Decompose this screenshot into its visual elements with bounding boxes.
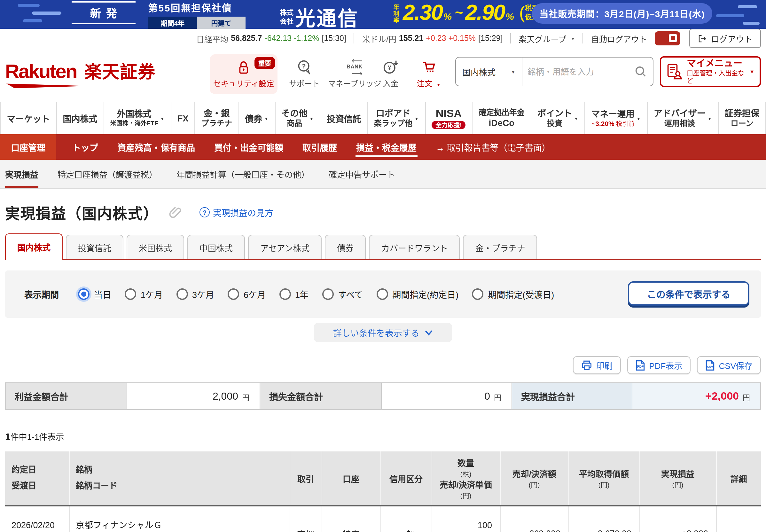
radio-icon [322,288,333,300]
csv-save-button[interactable]: CSV CSV保存 [697,356,761,374]
export-actions: 印刷 PDF PDF表示 CSV CSV保存 [0,356,766,374]
caret-down-icon: ▼ [749,69,754,74]
nav-account-management[interactable]: 口座管理 [0,134,56,160]
nav-other-products[interactable]: その他商品 ▼ [275,102,320,134]
tab-covered-warrant[interactable]: カバードワラント [369,235,460,260]
tab-mutual-funds[interactable]: 投資信託 [66,235,123,260]
nav-mutual-funds[interactable]: 投資信託 [321,102,368,134]
nav-buying-power[interactable]: 買付・出金可能額 [205,134,293,160]
nav-bonds[interactable]: 債券▼ [239,102,275,134]
banner-company: 株式 会社 光通信 [280,3,359,29]
subnav-tax-return-support[interactable]: 確定申告サポート [329,160,395,188]
support-button[interactable]: ? サポート [289,59,320,88]
nav-money-management[interactable]: マネー運用~3.20% 税引前 ▼ [585,102,647,134]
tab-us-stock[interactable]: 米国株式 [127,235,184,260]
radio-6months[interactable]: 6ケ月 [228,288,266,301]
tab-domestic-stock[interactable]: 国内株式 [5,233,63,260]
my-menu-icon [666,63,683,81]
nav-pl-tax-history[interactable]: 損益・税金履歴 [347,134,426,160]
auto-logout-toggle[interactable] [655,31,680,45]
logout-button[interactable]: ログアウト [689,29,761,48]
nav-gold-platinum[interactable]: 金・銀プラチナ [195,102,239,134]
subnav-annual-pl[interactable]: 年間損益計算（一般口座・その他） [176,160,309,188]
cell-trade-type: 売埋 [290,506,322,532]
paperclip-icon[interactable] [169,205,182,219]
radio-1year[interactable]: 1年 [279,288,309,301]
svg-text:¥: ¥ [388,64,392,71]
radio-1month[interactable]: 1ケ月 [125,288,163,301]
tab-gold-platinum[interactable]: 金・プラチナ [463,235,537,260]
tab-bonds[interactable]: 債券 [325,235,366,260]
subnav-realized-pl[interactable]: 実現損益 [5,160,38,188]
banner-bond-title: 第55回無担保社債 [148,1,246,14]
nav-advisor[interactable]: アドバイザー運用相談 ▼ [648,102,719,134]
banner-term-badge: 期間4年 [148,17,197,29]
deposit-button[interactable]: ¥ 入金 [382,59,399,88]
nav-domestic-stock[interactable]: 国内株式 [57,102,104,134]
order-button[interactable]: 注文 ▼ [417,59,441,88]
caret-down-icon: ▼ [436,82,441,87]
pdf-view-button[interactable]: PDF PDF表示 [628,356,691,374]
important-badge: 重要 [254,57,275,69]
printer-icon [581,360,592,370]
nav-point-investment[interactable]: ポイント投資 ▼ [531,102,585,134]
banner-decoration [743,22,760,25]
col-header-dates: 約定日受渡日 [5,451,69,506]
nav-ideco[interactable]: 確定拠出年金iDeCo [473,102,531,134]
tab-asean-stock[interactable]: アセアン株式 [248,235,322,260]
cell-name[interactable]: 京都フィナンシャルＧ5844 [69,506,290,532]
usdjpy-value: 155.21 [399,34,423,43]
page: 新発 第55回無担保社債 期間4年 円建て 株式 会社 光通信 年利率 2.30… [0,0,766,532]
nav-trade-history[interactable]: 取引履歴 [293,134,347,160]
ad-banner[interactable]: 新発 第55回無担保社債 期間4年 円建て 株式 会社 光通信 年利率 2.30… [0,0,766,29]
tab-china-stock[interactable]: 中国株式 [187,235,245,260]
cell-realized-pl: +2,000 [639,506,716,532]
logo-en: Rakuten [5,60,77,83]
divider [354,33,355,43]
usdjpy-time: [15:29] [478,34,503,43]
nav-asset-balance[interactable]: 資産残高・保有商品 [108,134,205,160]
help-link[interactable]: ? 実現損益の見方 [199,206,273,219]
caret-down-icon: ▼ [160,116,165,121]
loss-total-value: 0円 [382,383,512,409]
money-bridge-button[interactable]: ⟵ BANK ⟶ マネーブリッジ [328,59,381,88]
subnav-specific-account-pl[interactable]: 特定口座損益（譲渡益税） [58,160,157,188]
logo-swoosh-icon [6,83,88,88]
radio-all[interactable]: すべて [322,288,363,301]
radio-period-trade-date[interactable]: 期間指定(約定日) [376,288,458,301]
col-header-trade: 取引 [290,451,322,506]
cell-margin-type: 一般 [380,506,432,532]
my-menu-button[interactable]: マイメニュー 口座管理・入出金など ▼ [660,56,761,87]
apply-filter-button[interactable]: この条件で表示する [628,281,749,306]
radio-3months[interactable]: 3ケ月 [176,288,214,301]
nav-nisa[interactable]: NISA全力応援! [426,102,473,134]
nav-roboad[interactable]: ロボアド楽ラップ他 ▼ [368,102,426,134]
print-button[interactable]: 印刷 [573,356,621,374]
nav-trade-reports[interactable]: → 取引報告書等（電子書面） [426,134,560,160]
rakuten-logo[interactable]: Rakuten 楽天証券 [5,58,156,83]
nav-foreign-stock[interactable]: 外国株式米国株・海外ETF ▼ [104,102,171,134]
radio-selected-icon [78,288,90,300]
caret-down-icon: ▼ [571,36,575,41]
nav-account-top[interactable]: トップ [63,134,108,160]
rakuten-group-menu[interactable]: 楽天グループ ▼ [519,32,575,44]
radio-period-settle-date[interactable]: 期間指定(受渡日) [472,288,554,301]
nav-fx[interactable]: FX [171,102,195,134]
nav-market[interactable]: マーケット [0,102,57,134]
logout-icon [698,34,707,43]
search-input[interactable] [522,67,635,76]
radio-today[interactable]: 当日 [78,288,111,301]
banner-company-prefix-top: 株式 [280,9,293,17]
detail-conditions-toggle[interactable]: 詳しい条件を表示する [314,323,452,342]
cell-quantity: 1003,690.0 [432,506,500,532]
col-header-account: 口座 [322,451,380,506]
caret-down-icon: ▼ [707,116,712,121]
table-row: 2026/02/202026/02/25 京都フィナンシャルＧ5844 売埋 特… [5,506,761,532]
security-settings-button[interactable]: 重要 セキュリティ設定 [210,54,277,94]
radio-icon [176,288,188,300]
nav-securities-loan[interactable]: 証券担保ローン [719,102,766,134]
search-icon[interactable] [635,66,646,77]
help-link-label: 実現損益の見方 [213,206,273,219]
search-category-select[interactable]: 国内株式 ▼ [456,58,522,86]
search-box: 国内株式 ▼ [455,57,653,86]
